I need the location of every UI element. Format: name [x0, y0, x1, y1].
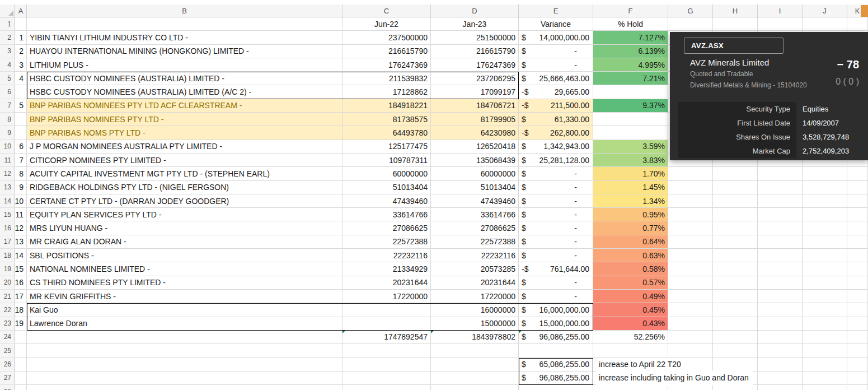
- cell-empty[interactable]: [758, 303, 803, 317]
- cell-jan23[interactable]: 81799905: [431, 113, 519, 126]
- cell-jun22[interactable]: 184918221: [342, 99, 431, 113]
- cell-empty[interactable]: [847, 344, 868, 357]
- cell-empty[interactable]: [803, 181, 847, 194]
- cell-variance[interactable]: $-: [519, 181, 593, 194]
- cell-empty[interactable]: [758, 317, 803, 331]
- cell-pct-hold[interactable]: 1.45%: [593, 181, 668, 194]
- cell-holder-name[interactable]: HSBC CUSTODY NOMINEES (AUSTRALIA) LIMITE…: [27, 85, 342, 99]
- cell-jan23[interactable]: 176247369: [431, 58, 519, 72]
- cell-holder-name[interactable]: CITICORP NOMINEES PTY LIMITED -: [27, 154, 342, 167]
- column-header-I[interactable]: I: [758, 4, 803, 17]
- cell-pct-hold[interactable]: 7.21%: [593, 72, 668, 85]
- cell-empty[interactable]: [847, 221, 868, 235]
- row-number[interactable]: 15: [0, 208, 15, 221]
- cell-empty[interactable]: [758, 194, 803, 208]
- row-number[interactable]: 26: [0, 357, 15, 371]
- row-number[interactable]: 20: [0, 276, 15, 290]
- row-number[interactable]: 13: [0, 181, 15, 194]
- cell-holder-name[interactable]: HUAYOU INTERNATIONAL MINING (HONGKONG) L…: [27, 45, 342, 58]
- cell-empty[interactable]: [713, 167, 758, 180]
- cell-empty[interactable]: [803, 331, 847, 344]
- cell-variance[interactable]: $-: [519, 58, 593, 72]
- cell-rank[interactable]: 14: [15, 249, 27, 262]
- cell-empty[interactable]: [431, 357, 519, 371]
- cell-empty[interactable]: [847, 357, 868, 371]
- row-number[interactable]: 6: [0, 85, 15, 99]
- cell-jan23[interactable]: 20573285: [431, 262, 519, 276]
- cell-empty[interactable]: [847, 331, 868, 344]
- cell-jun22[interactable]: 17220000: [342, 290, 431, 303]
- cell-variance[interactable]: $-: [519, 194, 593, 208]
- cell-rank[interactable]: 4: [15, 72, 27, 85]
- cell-holder-name[interactable]: J P MORGAN NOMINEES AUSTRALIA PTY LIMITE…: [27, 140, 342, 154]
- row-number[interactable]: 28: [0, 385, 15, 390]
- row-number[interactable]: 4: [0, 58, 15, 72]
- cell-empty[interactable]: [713, 357, 758, 371]
- cell-empty[interactable]: [15, 344, 27, 357]
- cell-rank[interactable]: 12: [15, 221, 27, 235]
- cell-variance[interactable]: -$262,800.00: [519, 126, 593, 140]
- cell-jan23[interactable]: 22232116: [431, 249, 519, 262]
- cell-empty[interactable]: [758, 290, 803, 303]
- cell-empty[interactable]: [803, 317, 847, 331]
- cell-rank[interactable]: 6: [15, 140, 27, 154]
- total-jun22[interactable]: 1747892547: [342, 331, 431, 344]
- cell-empty[interactable]: [847, 385, 868, 390]
- cell-jan23[interactable]: 216615790: [431, 45, 519, 58]
- cell-empty[interactable]: [713, 221, 758, 235]
- cell-variance[interactable]: $-: [519, 208, 593, 221]
- cell-empty[interactable]: [713, 17, 758, 31]
- row-number[interactable]: 7: [0, 99, 15, 113]
- cell-jan23[interactable]: 16000000: [431, 303, 519, 317]
- note-cell[interactable]: increase to April 22 T20: [593, 357, 668, 371]
- cell-empty[interactable]: [803, 208, 847, 221]
- cell-empty[interactable]: [758, 249, 803, 262]
- cell-empty[interactable]: [713, 344, 758, 357]
- cell-variance[interactable]: $16,000,000.00: [519, 303, 593, 317]
- cell-rank[interactable]: 5: [15, 99, 27, 113]
- cell-pct-hold[interactable]: 0.58%: [593, 262, 668, 276]
- cell-empty[interactable]: [803, 194, 847, 208]
- cell-empty[interactable]: [847, 290, 868, 303]
- cell-empty[interactable]: [668, 262, 713, 276]
- cell-empty[interactable]: [847, 194, 868, 208]
- cell-variance[interactable]: $-: [519, 221, 593, 235]
- cell-empty[interactable]: [847, 276, 868, 290]
- cell-holder-name[interactable]: MRS LIYUN HUANG -: [27, 221, 342, 235]
- note-cell[interactable]: increase including taking in Guo and Dor…: [593, 372, 668, 385]
- cell-empty[interactable]: [668, 290, 713, 303]
- row-number[interactable]: 19: [0, 262, 15, 276]
- cell-rank[interactable]: [15, 126, 27, 140]
- column-header-D[interactable]: D: [431, 4, 519, 17]
- cell-holder-name[interactable]: SBL POSITIONS -: [27, 249, 342, 262]
- cell-empty[interactable]: [431, 344, 519, 357]
- cell-jan23[interactable]: 251500000: [431, 31, 519, 44]
- cell-empty[interactable]: [713, 331, 758, 344]
- row-number[interactable]: 27: [0, 372, 15, 385]
- cell-rank[interactable]: [15, 113, 27, 126]
- cell-jun22[interactable]: 125177475: [342, 140, 431, 154]
- cell-empty[interactable]: [847, 317, 868, 331]
- cell-jan23[interactable]: 126520418: [431, 140, 519, 154]
- cell-pct-hold[interactable]: 1.34%: [593, 194, 668, 208]
- cell-empty[interactable]: [668, 276, 713, 290]
- total-pct-hold[interactable]: 52.256%: [593, 331, 668, 344]
- cell-empty[interactable]: [758, 181, 803, 194]
- column-header-A[interactable]: A: [15, 4, 27, 17]
- cell-empty[interactable]: [803, 344, 847, 357]
- cell-empty[interactable]: [803, 385, 847, 390]
- cell-pct-hold[interactable]: 3.83%: [593, 154, 668, 167]
- cell-jun22[interactable]: 17128862: [342, 85, 431, 99]
- cell-jan23[interactable]: 47439460: [431, 194, 519, 208]
- cell-empty[interactable]: [847, 303, 868, 317]
- cell-jun22[interactable]: 22572388: [342, 235, 431, 249]
- cell-pct-hold[interactable]: 0.45%: [593, 303, 668, 317]
- column-header-G[interactable]: G: [668, 4, 713, 17]
- cell-pct-hold[interactable]: 9.37%: [593, 99, 668, 113]
- cell-jan23[interactable]: 51013404: [431, 181, 519, 194]
- cell-empty[interactable]: [758, 344, 803, 357]
- cell-rank[interactable]: 18: [15, 303, 27, 317]
- row-number[interactable]: 3: [0, 45, 15, 58]
- cell-jun22[interactable]: 47439460: [342, 194, 431, 208]
- cell-pct-hold[interactable]: 0.57%: [593, 276, 668, 290]
